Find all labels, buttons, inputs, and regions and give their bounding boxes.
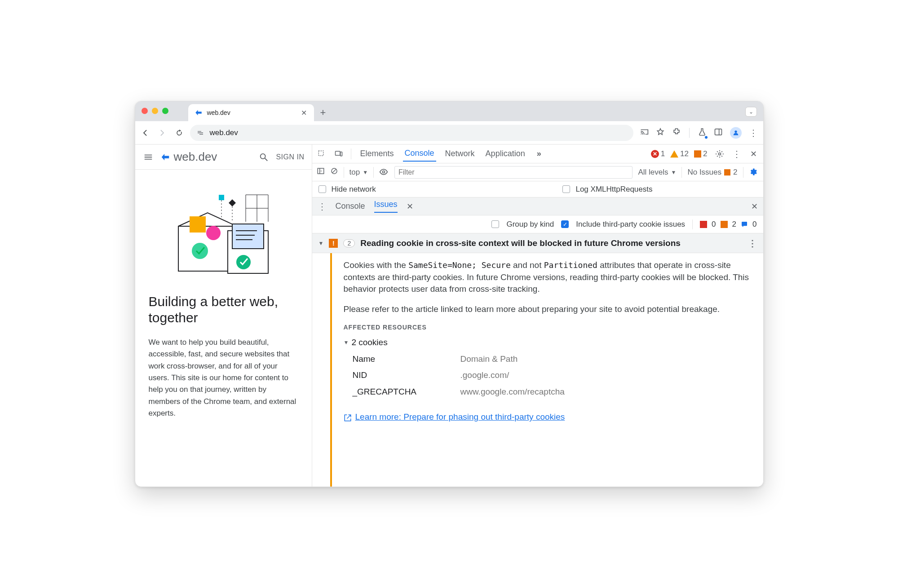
back-button[interactable] (141, 128, 150, 137)
site-brand[interactable]: web.dev (160, 150, 217, 164)
svg-line-4 (265, 158, 268, 161)
table-row: NID .google.com/ (353, 365, 752, 382)
tab-console[interactable]: Console (403, 146, 436, 162)
drawer-tab-console[interactable]: Console (336, 202, 365, 211)
issue-header[interactable]: ▼ ! 2 Reading cookie in cross-site conte… (312, 233, 763, 253)
cookies-toggle[interactable]: ▼2 cookies (344, 337, 752, 349)
drawer-close-icon[interactable]: ✕ (751, 202, 758, 211)
filter-input[interactable] (394, 166, 633, 179)
tab-list-button[interactable]: ⌄ (745, 107, 757, 117)
issue-kebab-icon[interactable]: ⋮ (748, 238, 757, 249)
svg-rect-27 (340, 152, 342, 156)
extensions-icon[interactable] (672, 127, 681, 138)
svg-point-33 (383, 171, 385, 173)
tab-application[interactable]: Application (484, 146, 527, 161)
group-by-kind-label: Group by kind (506, 220, 554, 229)
hamburger-menu-icon[interactable] (142, 151, 154, 163)
settings-gear-icon[interactable] (715, 149, 725, 159)
svg-rect-0 (715, 129, 721, 135)
drawer-tabbar: ⋮ Console Issues ✕ ✕ (312, 197, 763, 215)
devtools-close-icon[interactable]: ✕ (749, 149, 759, 159)
toolbar-right: ⋮ (640, 127, 758, 139)
clear-console-icon[interactable] (330, 167, 338, 177)
execution-context[interactable]: top▼ (349, 168, 368, 177)
profile-avatar[interactable] (730, 127, 742, 139)
cast-icon[interactable] (640, 127, 649, 138)
svg-rect-26 (335, 151, 340, 155)
svg-point-3 (261, 154, 265, 158)
issue-paragraph-1: Cookies with the SameSite=None; Secure a… (344, 259, 752, 295)
omnibox[interactable]: web.dev (190, 125, 633, 141)
device-toggle-icon[interactable] (334, 149, 344, 159)
include-third-party-label: Include third-party cookie issues (576, 220, 685, 229)
issue-paragraph-2: Please refer to the article linked to le… (344, 303, 752, 316)
close-window-button[interactable] (142, 108, 148, 114)
cookies-table: Name Domain & Path NID .google.com/ _GRE… (353, 353, 752, 398)
brand-logo-icon (160, 152, 170, 162)
svg-point-15 (236, 255, 251, 269)
hero-body: We want to help you build beautiful, acc… (149, 337, 298, 419)
forward-button[interactable] (158, 128, 167, 137)
no-issues-label[interactable]: No Issues2 (687, 168, 737, 177)
toggle-sidebar-icon[interactable] (317, 167, 325, 177)
bookmark-star-icon[interactable] (656, 127, 665, 138)
hide-network-checkbox[interactable] (319, 185, 326, 193)
log-xhr-checkbox[interactable] (562, 185, 570, 193)
close-tab-icon[interactable]: ✕ (301, 109, 307, 117)
live-expression-icon[interactable] (379, 167, 389, 177)
svg-point-14 (192, 243, 208, 259)
log-levels-select[interactable]: All levels▼ (638, 168, 676, 177)
include-third-party-checkbox[interactable]: ✓ (561, 220, 569, 228)
group-by-kind-checkbox[interactable] (491, 220, 499, 228)
tab-label: web.dev (207, 109, 296, 116)
warning-counter[interactable]: 12 (670, 149, 689, 158)
site-header: web.dev SIGN IN (135, 145, 312, 170)
issues-toolbar: Group by kind ✓ Include third-party cook… (312, 215, 763, 233)
tab-elements[interactable]: Elements (358, 146, 396, 161)
drawer-tab-issues[interactable]: Issues (374, 200, 398, 213)
labs-icon[interactable] (698, 127, 707, 138)
table-row: _GRECAPTCHA www.google.com/recaptcha (353, 382, 752, 398)
site-settings-icon[interactable] (196, 129, 204, 137)
devtools-tabbar: Elements Console Network Application » ✕… (312, 145, 763, 163)
issue-counter[interactable]: 2 (694, 149, 707, 158)
learn-more: Learn more: Prepare for phasing out thir… (344, 411, 752, 423)
tab-network[interactable]: Network (443, 146, 477, 161)
nav-buttons (141, 128, 184, 137)
minimize-window-button[interactable] (152, 108, 158, 114)
svg-marker-6 (178, 213, 237, 226)
svg-rect-7 (190, 216, 206, 233)
console-settings-row: Hide network Log XMLHttpRequests (312, 181, 763, 197)
issue-occurrence-count: 2 (343, 239, 355, 247)
drawer-tab-close-icon[interactable]: ✕ (407, 202, 413, 211)
svg-point-8 (206, 226, 221, 240)
external-link-icon (344, 413, 352, 421)
more-tabs-icon[interactable]: » (534, 149, 544, 159)
search-icon[interactable] (258, 151, 270, 163)
error-counter[interactable]: ✕1 (651, 149, 665, 158)
side-panel-icon[interactable] (714, 127, 723, 138)
devtools-kebab-icon[interactable]: ⋮ (732, 149, 742, 159)
separator (351, 149, 351, 159)
page-pane: web.dev SIGN IN (135, 145, 312, 487)
titlebar: web.dev ✕ + ⌄ (135, 101, 763, 121)
new-tab-button[interactable]: + (320, 104, 326, 121)
kebab-menu-icon[interactable]: ⋮ (749, 127, 758, 138)
svg-rect-35 (742, 222, 747, 226)
learn-more-link[interactable]: Learn more: Prepare for phasing out thir… (355, 411, 565, 423)
brand-name: web.dev (174, 150, 217, 164)
browser-tab[interactable]: web.dev ✕ (188, 104, 314, 121)
issue-title: Reading cookie in cross-site context wil… (360, 238, 742, 248)
sign-in-button[interactable]: SIGN IN (276, 153, 304, 161)
console-settings-icon[interactable] (749, 167, 759, 177)
issue-counters: ✕1 12 2 (651, 149, 708, 158)
fullscreen-window-button[interactable] (162, 108, 168, 114)
address-bar: web.dev ⋮ (135, 121, 763, 145)
svg-rect-10 (232, 224, 264, 249)
hide-network-label: Hide network (332, 185, 376, 194)
inspect-element-icon[interactable] (317, 149, 327, 159)
reload-button[interactable] (175, 128, 184, 137)
page-errors-icon (700, 221, 707, 228)
drawer-kebab-icon[interactable]: ⋮ (318, 201, 327, 212)
disclosure-triangle-icon[interactable]: ▼ (319, 240, 324, 246)
